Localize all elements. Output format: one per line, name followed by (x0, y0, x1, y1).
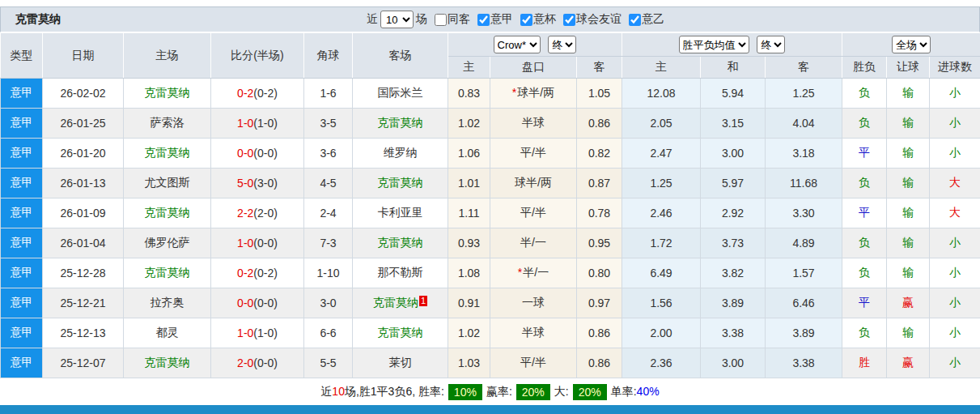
table-row: 意甲25-12-21拉齐奥0-0(0-0)3-0克雷莫纳10.91一球0.971… (1, 288, 980, 318)
bottom-bar (0, 405, 980, 414)
handicap-home-odds-cell: 0.91 (448, 288, 490, 318)
goals-cell: 小 (930, 318, 980, 348)
same-venue-checkbox[interactable] (435, 14, 447, 26)
league-filter-friendly[interactable]: 球会友谊 (558, 12, 622, 27)
result-cell: 负 (842, 79, 887, 109)
odds-time-select[interactable]: 终 (548, 36, 576, 53)
odds-source-select[interactable]: Crow* (494, 36, 541, 53)
col-handicap-away: 客 (577, 57, 622, 79)
avg-away-odds-cell: 1.57 (766, 258, 842, 288)
handicap-result-cell: 赢 (887, 348, 930, 378)
score-cell: 1-0(1-0) (211, 109, 304, 139)
avg-home-odds-cell: 1.72 (622, 228, 701, 258)
avg-away-odds-cell: 4.04 (766, 109, 842, 139)
table-row: 意甲25-12-28克雷莫纳0-2(0-2)1-10那不勒斯1.08*半/一0.… (1, 258, 980, 288)
handicap-away-odds-cell: 0.86 (577, 348, 622, 378)
win-rate-badge: 10% (448, 384, 482, 400)
date-cell: 25-12-13 (43, 318, 124, 348)
score-cell: 1-0(1-0) (211, 318, 304, 348)
big-rate-badge: 20% (573, 384, 607, 400)
date-cell: 26-01-20 (43, 139, 124, 169)
result-cell: 平 (842, 288, 887, 318)
league-filter-serie-a[interactable]: 意甲 (473, 12, 513, 27)
handicap-away-odds-cell: 0.86 (577, 109, 622, 139)
col-away: 客场 (353, 33, 448, 79)
league-type-cell: 意甲 (1, 109, 43, 139)
serie-b-checkbox[interactable] (629, 14, 641, 26)
avg-home-odds-cell: 2.00 (622, 318, 701, 348)
score-cell: 0-0(0-0) (211, 139, 304, 169)
away-team-cell: 克雷莫纳 (353, 228, 448, 258)
table-row: 意甲26-02-02克雷莫纳0-2(0-2)1-6国际米兰0.83*球半/两1.… (1, 79, 980, 109)
avg-draw-odds-cell: 3.38 (701, 318, 766, 348)
corner-cell: 5-5 (304, 348, 353, 378)
handicap-line-cell: 平/半 (490, 198, 577, 228)
corner-cell: 1-6 (304, 79, 353, 109)
col-corner: 角球 (304, 33, 353, 79)
handicap-line-cell: 一球 (490, 288, 577, 318)
recent-label: 近 (367, 12, 378, 27)
filter-bar: 近 10 场 同客 意甲 意杯 球会友谊 意乙 (367, 7, 664, 32)
col-result: 胜负 (842, 57, 887, 79)
serie-a-checkbox[interactable] (477, 14, 490, 26)
avg-time-select[interactable]: 终 (757, 36, 785, 53)
avg-away-odds-cell: 11.68 (766, 169, 842, 198)
avg-home-odds-cell: 2.46 (622, 198, 701, 228)
home-team-cell: 都灵 (124, 318, 211, 348)
avg-away-odds-cell: 3.30 (766, 198, 842, 228)
handicap-home-odds-cell: 0.83 (448, 79, 490, 109)
avg-away-odds-cell: 6.46 (766, 288, 842, 318)
friendly-checkbox[interactable] (563, 14, 575, 26)
corner-cell: 4-5 (304, 169, 353, 198)
handicap-home-odds-cell: 1.06 (448, 139, 490, 169)
avg-away-odds-cell: 3.38 (766, 348, 842, 378)
handicap-away-odds-cell: 0.82 (577, 139, 622, 169)
table-row: 意甲26-01-20克雷莫纳0-0(0-0)3-6维罗纳1.06平/半0.822… (1, 139, 980, 169)
corner-cell: 2-4 (304, 198, 353, 228)
result-cell: 负 (842, 109, 887, 139)
avg-away-odds-cell: 1.25 (766, 79, 842, 109)
avg-home-odds-cell: 2.47 (622, 139, 701, 169)
goals-cell: 小 (930, 258, 980, 288)
score-cell: 0-0(0-0) (211, 288, 304, 318)
col-avg-draw: 和 (701, 57, 766, 79)
avg-source-select[interactable]: 胜平负均值 (679, 36, 749, 53)
handicap-home-odds-cell: 1.01 (448, 169, 490, 198)
corner-cell: 3-5 (304, 109, 353, 139)
avg-draw-odds-cell: 3.15 (701, 109, 766, 139)
away-team-cell: 卡利亚里 (353, 198, 448, 228)
result-cell: 平 (842, 139, 887, 169)
score-cell: 2-2(2-0) (211, 198, 304, 228)
home-team-cell: 克雷莫纳 (124, 79, 211, 109)
corner-cell: 7-3 (304, 228, 353, 258)
avg-home-odds-cell: 12.08 (622, 79, 701, 109)
match-history-panel: 克雷莫纳 近 10 场 同客 意甲 意杯 球会友谊 (0, 0, 980, 414)
goals-cell: 小 (930, 288, 980, 318)
league-filter-serie-b[interactable]: 意乙 (624, 12, 664, 27)
handicap-result-cell: 输 (887, 258, 930, 288)
star-icon: * (518, 266, 522, 279)
away-team-cell: 克雷莫纳1 (353, 288, 448, 318)
home-team-cell: 佛罗伦萨 (124, 228, 211, 258)
scope-select[interactable]: 全场 (892, 36, 931, 53)
result-cell: 负 (842, 169, 887, 198)
corner-cell: 3-6 (304, 139, 353, 169)
table-row: 意甲26-01-25萨索洛1-0(1-0)3-5克雷莫纳1.02半球0.862.… (1, 109, 980, 139)
handicap-away-odds-cell: 1.05 (577, 79, 622, 109)
avg-draw-odds-cell: 3.89 (701, 288, 766, 318)
col-score: 比分(半场) (211, 33, 304, 79)
goals-cell: 小 (930, 79, 980, 109)
coppa-checkbox[interactable] (520, 14, 532, 26)
away-team-cell: 克雷莫纳 (353, 318, 448, 348)
col-let-result: 让球 (887, 57, 930, 79)
handicap-line-cell: 半球 (490, 109, 577, 139)
handicap-result-cell: 赢 (887, 288, 930, 318)
handicap-away-odds-cell: 0.87 (577, 169, 622, 198)
same-venue-filter[interactable]: 同客 (430, 12, 470, 27)
league-filter-coppa[interactable]: 意杯 (515, 12, 556, 27)
avg-away-odds-cell: 3.18 (766, 139, 842, 169)
league-type-cell: 意甲 (1, 288, 43, 318)
score-cell: 1-0(0-0) (211, 228, 304, 258)
corner-cell: 3-0 (304, 288, 353, 318)
recent-count-select[interactable]: 10 (380, 11, 414, 28)
